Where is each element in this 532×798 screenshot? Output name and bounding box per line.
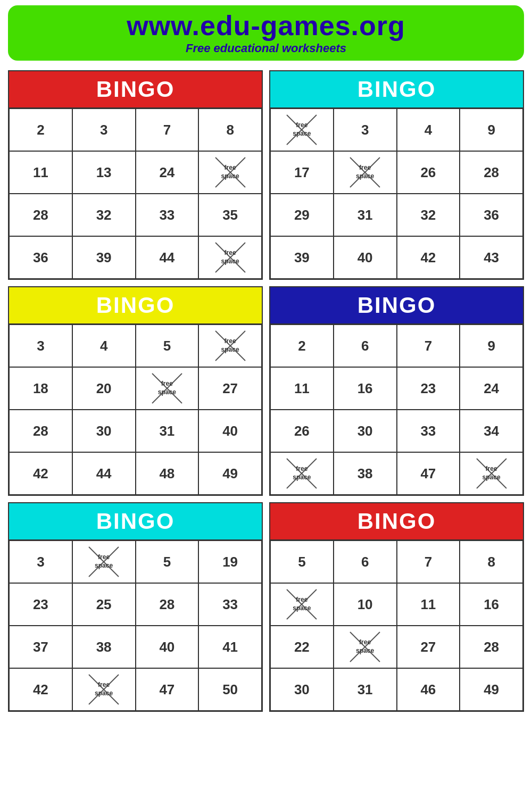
bingo-cell-4-15: freespace	[460, 452, 523, 495]
bingo-cell-3-6: freespace	[136, 367, 199, 410]
free-space-mark: freespace	[286, 458, 318, 489]
bingo-card-2: BINGO freespace 34917 freespace 26282931…	[269, 70, 524, 280]
bingo-cell-2-14: 42	[397, 236, 460, 279]
bingo-cell-3-8: 28	[9, 410, 72, 452]
bingo-cell-6-13: 31	[334, 668, 397, 711]
bingo-cell-2-11: 36	[460, 194, 523, 236]
free-space-mark: freespace	[476, 458, 508, 489]
bingo-cell-6-10: 27	[397, 626, 460, 668]
bingo-cell-5-6: 28	[136, 583, 199, 626]
free-space-mark: freespace	[88, 674, 120, 705]
free-space-mark: freespace	[214, 242, 246, 273]
bingo-cell-1-4: 11	[9, 151, 72, 194]
bingo-cell-2-13: 40	[334, 236, 397, 279]
header-title: www.edu-games.org	[13, 10, 519, 41]
free-space-mark: freespace	[214, 330, 246, 362]
bingo-cell-5-7: 33	[198, 583, 262, 626]
bingo-cell-3-11: 40	[198, 410, 262, 452]
bingo-cell-1-9: 32	[72, 194, 136, 236]
bingo-cell-1-14: 44	[136, 236, 199, 279]
bingo-cell-6-9: freespace	[334, 626, 397, 668]
bingo-cell-5-8: 37	[9, 626, 72, 668]
bingo-cell-6-7: 16	[460, 583, 523, 626]
bingo-card-6: BINGO5678 freespace 10111622 freespace 2…	[269, 502, 524, 712]
bingo-cell-5-11: 41	[198, 626, 262, 668]
bingo-cell-4-4: 11	[270, 367, 334, 410]
bingo-cell-3-4: 18	[9, 367, 72, 410]
cards-grid: BINGO2378111324 freespace 28323335363944…	[0, 65, 532, 717]
bingo-cell-4-6: 23	[397, 367, 460, 410]
bingo-cell-3-7: 27	[198, 367, 262, 410]
free-space-mark: freespace	[88, 546, 120, 578]
free-space-mark: freespace	[349, 156, 381, 188]
bingo-cell-1-3: 8	[198, 109, 262, 151]
bingo-cell-6-1: 6	[334, 541, 397, 583]
bingo-header-2: BINGO	[270, 71, 523, 107]
bingo-grid-4: 26791116232426303334 freespace 3847 free…	[270, 323, 523, 495]
bingo-cell-1-7: freespace	[198, 151, 262, 194]
bingo-cell-3-10: 31	[136, 410, 199, 452]
bingo-cell-5-12: 42	[9, 668, 72, 711]
bingo-cell-6-6: 11	[397, 583, 460, 626]
bingo-cell-2-9: 31	[334, 194, 397, 236]
bingo-cell-2-0: freespace	[270, 109, 334, 151]
bingo-cell-4-7: 24	[460, 367, 523, 410]
bingo-cell-3-13: 44	[72, 452, 136, 495]
bingo-card-4: BINGO26791116232426303334 freespace 3847…	[269, 286, 524, 496]
bingo-cell-6-3: 8	[460, 541, 523, 583]
bingo-card-3: BINGO345 freespace 1820 freespace 272830…	[8, 286, 263, 496]
free-space-mark: freespace	[286, 114, 318, 146]
bingo-cell-1-11: 35	[198, 194, 262, 236]
bingo-cell-2-6: 26	[397, 151, 460, 194]
bingo-cell-3-5: 20	[72, 367, 136, 410]
bingo-cell-1-0: 2	[9, 109, 72, 151]
bingo-cell-4-0: 2	[270, 325, 334, 367]
bingo-cell-6-5: 10	[334, 583, 397, 626]
bingo-grid-6: 5678 freespace 10111622 freespace 272830…	[270, 539, 523, 711]
bingo-cell-3-12: 42	[9, 452, 72, 495]
free-space-mark: freespace	[349, 631, 381, 663]
bingo-cell-4-9: 30	[334, 410, 397, 452]
bingo-cell-2-8: 29	[270, 194, 334, 236]
free-space-mark: freespace	[151, 372, 183, 404]
bingo-header-6: BINGO	[270, 503, 523, 539]
bingo-cell-2-3: 9	[460, 109, 523, 151]
bingo-cell-1-2: 7	[136, 109, 199, 151]
bingo-cell-5-5: 25	[72, 583, 136, 626]
bingo-grid-5: 3 freespace 519232528333738404142 freesp…	[9, 539, 262, 711]
bingo-cell-2-7: 28	[460, 151, 523, 194]
bingo-cell-5-10: 40	[136, 626, 199, 668]
bingo-cell-1-1: 3	[72, 109, 136, 151]
bingo-cell-4-12: freespace	[270, 452, 334, 495]
bingo-cell-4-2: 7	[397, 325, 460, 367]
bingo-cell-5-15: 50	[198, 668, 262, 711]
bingo-header-5: BINGO	[9, 503, 262, 539]
bingo-cell-4-5: 16	[334, 367, 397, 410]
bingo-cell-6-4: freespace	[270, 583, 334, 626]
bingo-cell-6-15: 49	[460, 668, 523, 711]
bingo-cell-6-14: 46	[397, 668, 460, 711]
bingo-grid-2: freespace 34917 freespace 26282931323639…	[270, 107, 523, 279]
bingo-cell-4-10: 33	[397, 410, 460, 452]
bingo-cell-5-9: 38	[72, 626, 136, 668]
bingo-cell-5-0: 3	[9, 541, 72, 583]
bingo-grid-1: 2378111324 freespace 28323335363944 free…	[9, 107, 262, 279]
bingo-cell-3-9: 30	[72, 410, 136, 452]
bingo-cell-2-1: 3	[334, 109, 397, 151]
bingo-cell-1-6: 24	[136, 151, 199, 194]
bingo-cell-2-12: 39	[270, 236, 334, 279]
bingo-cell-1-13: 39	[72, 236, 136, 279]
bingo-cell-1-8: 28	[9, 194, 72, 236]
bingo-cell-5-2: 5	[136, 541, 199, 583]
bingo-cell-4-11: 34	[460, 410, 523, 452]
bingo-cell-6-2: 7	[397, 541, 460, 583]
bingo-cell-6-0: 5	[270, 541, 334, 583]
bingo-cell-2-15: 43	[460, 236, 523, 279]
bingo-cell-3-2: 5	[136, 325, 199, 367]
bingo-cell-6-8: 22	[270, 626, 334, 668]
bingo-cell-1-5: 13	[72, 151, 136, 194]
free-space-mark: freespace	[286, 588, 318, 620]
bingo-cell-3-15: 49	[198, 452, 262, 495]
bingo-cell-4-1: 6	[334, 325, 397, 367]
bingo-header-4: BINGO	[270, 287, 523, 323]
